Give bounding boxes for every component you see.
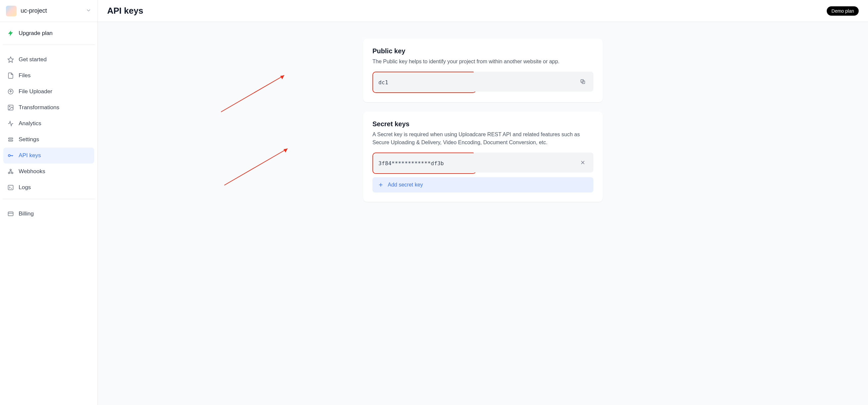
sidebar-item-label: Settings [19, 136, 39, 143]
svg-point-9 [10, 169, 11, 171]
terminal-icon [7, 184, 14, 191]
project-name: uc-project [21, 7, 47, 14]
lightning-icon [7, 30, 14, 37]
divider [3, 199, 95, 199]
main: API keys Demo plan Public key The Public… [98, 0, 868, 405]
svg-rect-10 [8, 185, 13, 190]
star-icon [7, 56, 14, 63]
public-key-highlight: dc1 [372, 71, 476, 93]
sidebar-item-get-started[interactable]: Get started [3, 52, 94, 67]
annotation-arrow [221, 142, 294, 189]
svg-marker-0 [8, 57, 13, 63]
chevron-down-icon [86, 7, 92, 15]
svg-marker-15 [284, 148, 287, 152]
svg-line-12 [221, 75, 284, 112]
project-avatar [6, 6, 17, 16]
svg-marker-13 [280, 75, 284, 79]
sidebar-item-settings[interactable]: Settings [3, 132, 94, 148]
remove-secret-key-button[interactable] [577, 156, 589, 169]
card-description: A Secret key is required when using Uplo… [372, 131, 593, 147]
sidebar-item-label: Upgrade plan [19, 30, 53, 37]
upload-icon [7, 88, 14, 95]
sidebar-item-file-uploader[interactable]: File Uploader [3, 84, 94, 99]
svg-point-3 [9, 106, 10, 107]
sidebar-item-logs[interactable]: Logs [3, 179, 94, 196]
sidebar-item-api-keys[interactable]: API keys [3, 148, 94, 164]
topbar: API keys Demo plan [98, 0, 868, 22]
secret-key-value[interactable]: 3f84************df3b [378, 160, 470, 167]
sidebar-item-label: Webhooks [19, 168, 45, 175]
sidebar-item-label: File Uploader [19, 88, 52, 95]
sidebar-item-analytics[interactable]: Analytics [3, 116, 94, 132]
key-icon [7, 152, 14, 159]
analytics-icon [7, 120, 14, 127]
file-icon [7, 72, 14, 79]
content-area: Public key The Public key helps to ident… [98, 22, 868, 405]
sidebar-item-label: Files [19, 72, 31, 79]
public-key-value[interactable]: dc1 [378, 79, 470, 86]
sidebar-item-billing[interactable]: Billing [3, 206, 94, 222]
sidebar-item-webhooks[interactable]: Webhooks [3, 164, 94, 179]
webhook-icon [7, 168, 14, 175]
svg-rect-4 [8, 138, 13, 139]
sidebar: uc-project Upgrade plan Get started [0, 0, 98, 405]
sidebar-item-label: Get started [19, 56, 46, 63]
svg-rect-11 [8, 212, 13, 216]
svg-line-14 [224, 148, 287, 185]
copy-icon [580, 79, 586, 85]
copy-public-key-button[interactable] [577, 76, 589, 88]
plus-icon [378, 182, 384, 188]
close-icon [580, 160, 586, 166]
sidebar-item-label: Logs [19, 184, 31, 191]
secret-key-highlight: 3f84************df3b [372, 152, 476, 174]
sidebar-item-label: Transformations [19, 104, 59, 111]
add-secret-key-label: Add secret key [388, 182, 423, 188]
svg-point-6 [8, 154, 10, 156]
image-icon [7, 104, 14, 111]
sidebar-item-label: Billing [19, 210, 34, 217]
sidebar-item-label: API keys [19, 152, 41, 159]
sidebar-item-files[interactable]: Files [3, 67, 94, 84]
card-description: The Public key helps to identify your pr… [372, 58, 593, 66]
svg-rect-5 [8, 140, 13, 141]
public-key-card: Public key The Public key helps to ident… [363, 39, 603, 102]
card-title: Secret keys [372, 120, 593, 128]
sidebar-item-transformations[interactable]: Transformations [3, 99, 94, 116]
sidebar-item-label: Analytics [19, 120, 41, 127]
settings-icon [7, 136, 14, 143]
plan-badge[interactable]: Demo plan [827, 6, 859, 16]
credit-card-icon [7, 210, 14, 217]
page-title: API keys [107, 6, 143, 16]
annotation-arrow [218, 68, 291, 115]
secret-keys-card: Secret keys A Secret key is required whe… [363, 112, 603, 202]
project-switcher[interactable]: uc-project [0, 0, 97, 22]
add-secret-key-button[interactable]: Add secret key [372, 177, 593, 193]
sidebar-item-upgrade-plan[interactable]: Upgrade plan [3, 25, 94, 41]
card-title: Public key [372, 47, 593, 55]
divider [3, 45, 95, 45]
